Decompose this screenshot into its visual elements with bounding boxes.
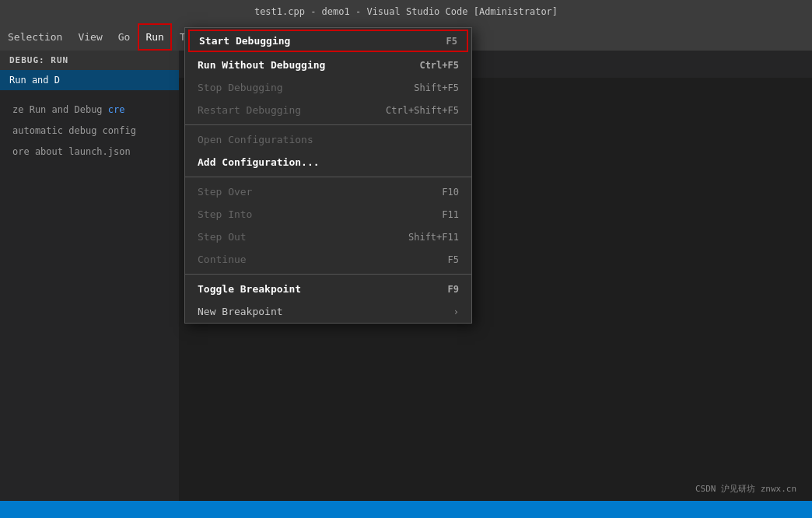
menu-continue: Continue F5 xyxy=(185,248,471,271)
window-title: test1.cpp - demo1 - Visual Studio Code [… xyxy=(254,6,558,17)
create-link[interactable]: cre xyxy=(108,104,125,115)
menu-run-without-debugging[interactable]: Run Without Debugging Ctrl+F5 xyxy=(185,54,471,76)
menu-new-breakpoint[interactable]: New Breakpoint › xyxy=(185,300,471,323)
menu-view[interactable]: View xyxy=(70,23,110,51)
menu-add-configuration[interactable]: Add Configuration... xyxy=(185,151,471,173)
debug-title: DEBUG: RUN xyxy=(0,51,179,70)
menu-restart-debugging: Restart Debugging Ctrl+Shift+F5 xyxy=(185,99,471,121)
menu-toggle-breakpoint[interactable]: Toggle Breakpoint F9 xyxy=(185,278,471,300)
sidebar-content: ze Run and Debug cre automatic debug con… xyxy=(0,90,179,173)
menu-run[interactable]: Run xyxy=(138,23,171,51)
menu-open-configurations: Open Configurations xyxy=(185,128,471,151)
menu-go[interactable]: Go xyxy=(110,23,138,51)
separator-2 xyxy=(185,177,471,177)
menu-step-out: Step Out Shift+F11 xyxy=(185,226,471,248)
run-menu-dropdown[interactable]: Start Debugging F5 Run Without Debugging… xyxy=(184,27,472,324)
menu-step-over: Step Over F10 xyxy=(185,180,471,203)
status-bar xyxy=(0,501,812,518)
menu-start-debugging[interactable]: Start Debugging F5 xyxy=(188,30,468,52)
menu-stop-debugging: Stop Debugging Shift+F5 xyxy=(185,76,471,99)
title-bar: test1.cpp - demo1 - Visual Studio Code [… xyxy=(0,0,812,23)
run-debug-header[interactable]: Run and D xyxy=(0,70,179,90)
menu-step-into: Step Into F11 xyxy=(185,203,471,226)
separator-1 xyxy=(185,124,471,125)
debug-sidebar: DEBUG: RUN Run and D ze Run and Debug cr… xyxy=(0,51,179,518)
menu-selection[interactable]: Selection xyxy=(0,23,70,51)
separator-3 xyxy=(185,274,471,275)
watermark: CSDN 沪见研坊 znwx.cn xyxy=(695,483,796,495)
